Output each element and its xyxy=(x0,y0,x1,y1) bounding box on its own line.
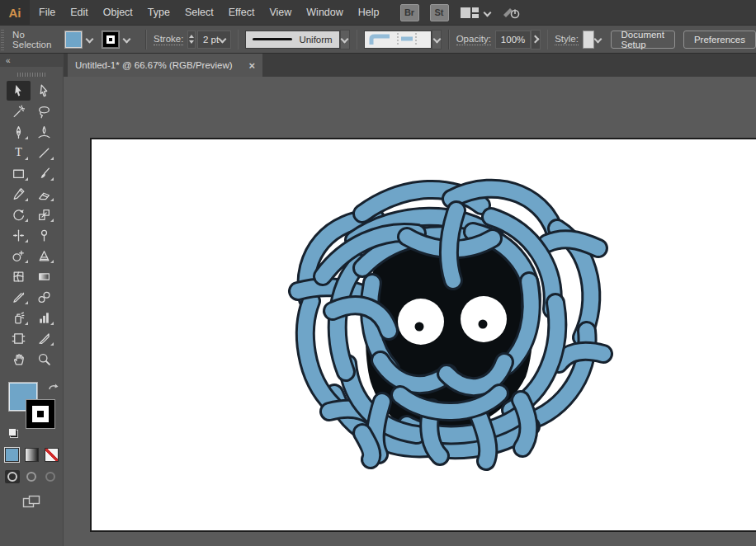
stroke-weight-stepper[interactable] xyxy=(187,31,196,49)
none-button[interactable] xyxy=(45,448,59,462)
pen-tool[interactable] xyxy=(7,122,31,142)
divider xyxy=(448,30,450,49)
perspective-grid-tool[interactable] xyxy=(32,246,56,266)
stroke-weight-select[interactable]: 2 pt xyxy=(197,31,231,49)
stroke-weight-value: 2 pt xyxy=(203,35,219,45)
menu-file[interactable]: File xyxy=(31,7,63,18)
rectangle-tool[interactable] xyxy=(7,163,31,183)
workspace-switcher[interactable] xyxy=(460,7,490,19)
zoom-tool[interactable] xyxy=(32,349,56,369)
brush-preview xyxy=(365,32,431,47)
tangela-artwork xyxy=(283,161,613,474)
width-profile-dropdown[interactable]: Uniform xyxy=(245,31,339,49)
chevron-down-icon xyxy=(218,35,226,44)
panel-grip-dots[interactable] xyxy=(17,73,45,77)
curvature-tool[interactable] xyxy=(32,122,56,142)
eyedropper-tool[interactable] xyxy=(7,287,31,307)
type-tool[interactable]: T xyxy=(7,143,31,162)
menu-window[interactable]: Window xyxy=(299,7,350,18)
width-profile-arrow[interactable] xyxy=(340,30,350,49)
gradient-button[interactable] xyxy=(25,448,39,462)
stroke-swatch[interactable] xyxy=(102,31,120,49)
fill-stroke-indicator xyxy=(8,382,59,443)
document-tab-title: Untitled-1* @ 66.67% (RGB/Preview) xyxy=(75,60,233,70)
direct-selection-tool[interactable] xyxy=(32,81,56,101)
width-tool[interactable] xyxy=(7,225,31,245)
artboard-tool[interactable] xyxy=(7,328,31,348)
panel-grip[interactable] xyxy=(1,29,4,50)
selection-tool[interactable] xyxy=(7,81,31,101)
gradient-tool[interactable] xyxy=(32,266,56,286)
bridge-icon[interactable]: Br xyxy=(400,4,419,21)
default-fill-stroke-icon[interactable] xyxy=(8,428,18,438)
stroke-color-box[interactable] xyxy=(26,399,55,429)
document-tab[interactable]: Untitled-1* @ 66.67% (RGB/Preview) × xyxy=(68,54,262,77)
hand-tool[interactable] xyxy=(7,349,31,369)
menu-select[interactable]: Select xyxy=(177,7,221,18)
puppet-warp-tool[interactable] xyxy=(32,225,56,245)
mesh-tool[interactable] xyxy=(7,266,31,286)
step-down-icon xyxy=(189,40,194,44)
menu-object[interactable]: Object xyxy=(96,7,140,18)
color-mode-row xyxy=(5,448,59,462)
change-screen-mode-icon[interactable] xyxy=(22,495,40,509)
paintbrush-tool[interactable] xyxy=(32,163,56,183)
app-logo: Ai xyxy=(0,0,30,25)
menu-edit[interactable]: Edit xyxy=(63,7,96,18)
fill-swatch[interactable] xyxy=(64,31,83,49)
color-button[interactable] xyxy=(5,448,19,462)
symbol-sprayer-tool[interactable] xyxy=(7,308,31,327)
rotate-tool[interactable] xyxy=(7,205,31,224)
draw-behind-mode[interactable] xyxy=(24,470,39,483)
menu-effect[interactable]: Effect xyxy=(221,7,262,18)
touch-workspace-icon[interactable] xyxy=(501,5,522,20)
menu-view[interactable]: View xyxy=(262,7,299,18)
selection-status: No Selection xyxy=(12,30,51,49)
shape-builder-tool[interactable] xyxy=(7,246,31,266)
slice-tool[interactable] xyxy=(32,328,56,348)
line-segment-tool[interactable] xyxy=(32,143,56,162)
chevron-right-icon xyxy=(532,35,540,44)
swap-fill-stroke-icon[interactable] xyxy=(48,383,59,393)
lasso-tool[interactable] xyxy=(32,101,56,121)
artboard[interactable] xyxy=(90,138,756,532)
graphic-style-swatch[interactable] xyxy=(583,31,594,49)
opacity-expand-arrow[interactable] xyxy=(531,30,540,49)
document-tab-bar: Untitled-1* @ 66.67% (RGB/Preview) × xyxy=(64,54,756,77)
chevron-down-icon xyxy=(594,35,602,44)
stroke-color-dropdown[interactable] xyxy=(102,31,134,49)
magic-wand-tool[interactable] xyxy=(7,101,31,121)
menu-help[interactable]: Help xyxy=(351,7,387,18)
close-tab-icon[interactable]: × xyxy=(248,60,255,71)
draw-normal-mode[interactable] xyxy=(5,470,20,483)
tool-grid: T xyxy=(7,81,56,369)
divider xyxy=(547,30,549,49)
type-tool-glyph: T xyxy=(15,147,22,158)
column-graph-tool[interactable] xyxy=(32,308,56,327)
blend-tool[interactable] xyxy=(32,287,56,307)
chevron-down-icon xyxy=(123,35,131,44)
menu-type[interactable]: Type xyxy=(140,7,177,18)
chevron-down-icon xyxy=(86,35,94,44)
opacity-input[interactable]: 100% xyxy=(495,31,531,49)
pencil-tool[interactable] xyxy=(7,184,31,204)
draw-inside-mode[interactable] xyxy=(43,470,58,483)
brush-dropdown-arrow[interactable] xyxy=(432,30,442,49)
preferences-button[interactable]: Preferences xyxy=(683,31,756,49)
step-up-icon xyxy=(189,35,194,38)
stroke-label[interactable]: Stroke: xyxy=(154,34,183,45)
tools-panel-header[interactable]: « xyxy=(0,54,63,67)
style-label[interactable]: Style: xyxy=(555,34,579,45)
drawing-modes-row xyxy=(5,470,58,483)
chevron-down-icon xyxy=(432,35,441,44)
eraser-tool[interactable] xyxy=(32,184,56,204)
fill-color-dropdown[interactable] xyxy=(64,31,97,49)
opacity-label[interactable]: Opacity: xyxy=(456,34,491,45)
collapse-panel-icon[interactable]: « xyxy=(6,56,11,65)
stock-icon[interactable]: St xyxy=(430,4,449,21)
menu-bar: Ai File Edit Object Type Select Effect V… xyxy=(0,0,756,25)
scale-tool[interactable] xyxy=(32,205,56,224)
document-setup-button[interactable]: Document Setup xyxy=(611,31,675,49)
canvas-area[interactable] xyxy=(64,77,756,546)
brush-definition-dropdown[interactable] xyxy=(364,31,432,49)
